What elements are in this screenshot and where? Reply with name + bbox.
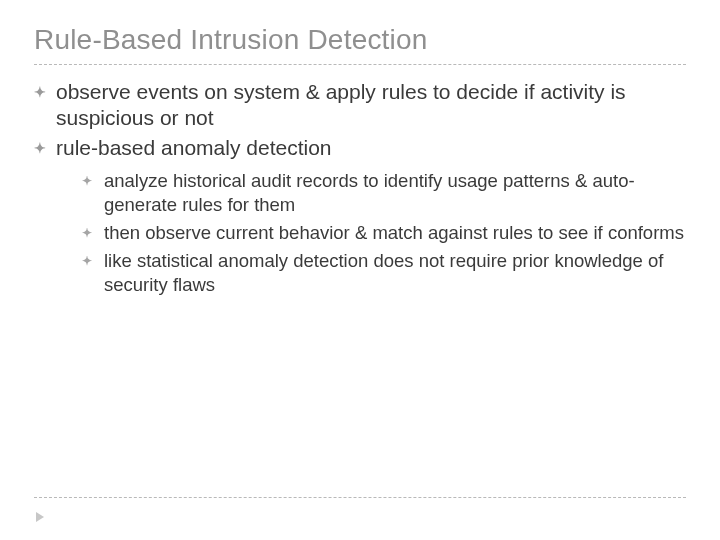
bullet-icon: ✦ [82, 169, 104, 193]
list-item-text: observe events on system & apply rules t… [56, 79, 686, 131]
list-item-text: then observe current behavior & match ag… [104, 221, 684, 245]
list-item: ✦ observe events on system & apply rules… [34, 79, 686, 131]
bullet-icon: ✦ [82, 249, 104, 273]
list-item: ✦ like statistical anomaly detection doe… [82, 249, 686, 297]
list-item: ✦ analyze historical audit records to id… [82, 169, 686, 217]
list-item-text: analyze historical audit records to iden… [104, 169, 686, 217]
footer-divider [34, 497, 686, 498]
footer-arrow-icon [36, 512, 44, 522]
list-item: ✦ then observe current behavior & match … [82, 221, 686, 245]
bullet-list-level1: ✦ observe events on system & apply rules… [34, 79, 686, 161]
bullet-icon: ✦ [34, 135, 56, 161]
slide: Rule-Based Intrusion Detection ✦ observe… [0, 0, 720, 540]
title-divider [34, 64, 686, 65]
bullet-icon: ✦ [34, 79, 56, 105]
bullet-list-level2: ✦ analyze historical audit records to id… [34, 169, 686, 297]
list-item-text: rule-based anomaly detection [56, 135, 332, 161]
bullet-icon: ✦ [82, 221, 104, 245]
list-item: ✦ rule-based anomaly detection [34, 135, 686, 161]
list-item-text: like statistical anomaly detection does … [104, 249, 686, 297]
slide-title: Rule-Based Intrusion Detection [34, 24, 686, 56]
